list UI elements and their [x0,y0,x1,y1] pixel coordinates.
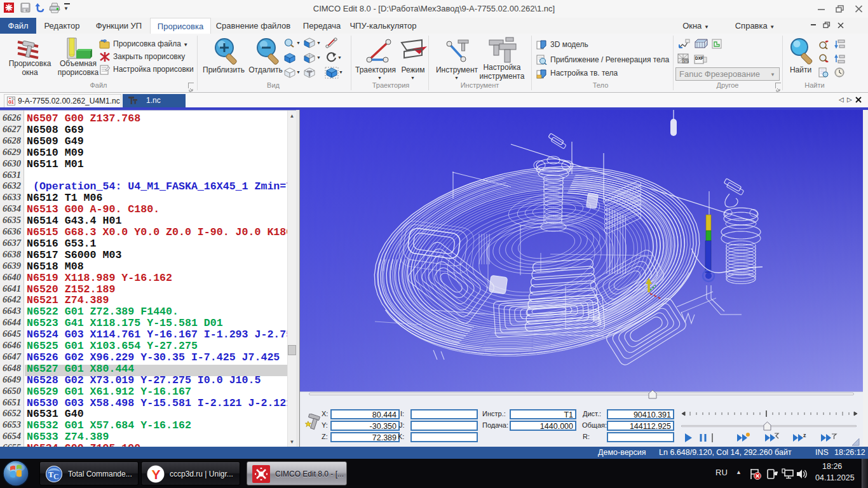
svg-text:DXF: DXF [695,56,703,60]
svg-text:G1: G1 [8,100,14,104]
svg-text:STL: STL [683,59,689,63]
svg-text:z: z [803,432,806,438]
svg-text:T: T [48,470,53,479]
svg-text:Y: Y [152,467,161,482]
svg-text:C: C [53,472,59,481]
